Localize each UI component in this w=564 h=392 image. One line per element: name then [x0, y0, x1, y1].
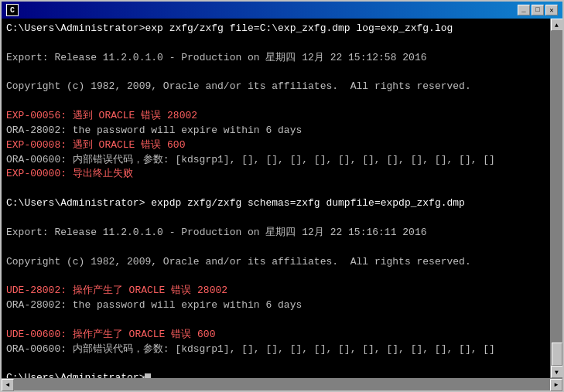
maximize-button[interactable]: □	[532, 5, 544, 15]
terminal-line: C:\Users\Administrator> expdp zxfg/zxfg …	[6, 196, 545, 211]
terminal-line: EXP-00008: 遇到 ORACLE 错误 600	[6, 138, 545, 153]
terminal-line: UDE-28002: 操作产生了 ORACLE 错误 28002	[6, 284, 545, 298]
scroll-right-button[interactable]: ►	[550, 379, 562, 391]
terminal-line	[6, 313, 545, 328]
title-bar-controls: _ □ ✕	[518, 5, 558, 15]
terminal-line: C:\Users\Administrator>	[6, 371, 545, 378]
terminal-line	[6, 94, 545, 109]
terminal-line: Export: Release 11.2.0.1.0 - Production …	[6, 226, 545, 240]
terminal-line: ORA-00600: 内部错误代码，参数: [kdsgrp1], [], [],…	[6, 153, 545, 168]
title-bar: C _ □ ✕	[2, 2, 562, 19]
terminal-line: UDE-00600: 操作产生了 ORACLE 错误 600	[6, 328, 545, 343]
terminal-line: EXP-00056: 遇到 ORACLE 错误 28002	[6, 109, 545, 124]
terminal-line: ORA-28002: the password will expire with…	[6, 124, 545, 138]
terminal-line: ORA-28002: the password will expire with…	[6, 298, 545, 313]
terminal-content[interactable]: C:\Users\Administrator>exp zxfg/zxfg fil…	[2, 19, 550, 378]
horizontal-scrollbar[interactable]: ◄ ►	[2, 378, 562, 390]
terminal-line: Copyright (c) 1982, 2009, Oracle and/or …	[6, 255, 545, 270]
terminal-line: ORA-00600: 内部错误代码，参数: [kdsgrp1], [], [],…	[6, 343, 545, 357]
cmd-window: C _ □ ✕ C:\Users\Administrator>exp zxfg/…	[0, 0, 564, 392]
terminal-line	[6, 211, 545, 226]
scroll-up-button[interactable]: ▲	[551, 19, 563, 31]
terminal-line: Export: Release 11.2.0.1.0 - Production …	[6, 51, 545, 66]
minimize-button[interactable]: _	[518, 5, 530, 15]
title-bar-left: C	[6, 4, 23, 16]
terminal-line	[6, 269, 545, 284]
h-scroll-track[interactable]	[14, 379, 550, 390]
terminal-line	[6, 356, 545, 371]
scroll-track[interactable]	[551, 31, 562, 366]
terminal-line: C:\Users\Administrator>exp zxfg/zxfg fil…	[6, 22, 545, 36]
terminal-line: EXP-00000: 导出终止失败	[6, 167, 545, 182]
close-button[interactable]: ✕	[545, 5, 558, 15]
terminal-line: Copyright (c) 1982, 2009, Oracle and/or …	[6, 80, 545, 94]
scroll-down-button[interactable]: ▼	[551, 366, 563, 378]
scroll-thumb[interactable]	[552, 343, 562, 366]
terminal-line	[6, 36, 545, 51]
window-icon: C	[6, 4, 19, 16]
scroll-left-button[interactable]: ◄	[2, 379, 14, 391]
terminal-area: C:\Users\Administrator>exp zxfg/zxfg fil…	[2, 19, 562, 378]
vertical-scrollbar[interactable]: ▲ ▼	[550, 19, 562, 378]
terminal-line	[6, 240, 545, 255]
terminal-line	[6, 182, 545, 196]
terminal-line	[6, 66, 545, 80]
